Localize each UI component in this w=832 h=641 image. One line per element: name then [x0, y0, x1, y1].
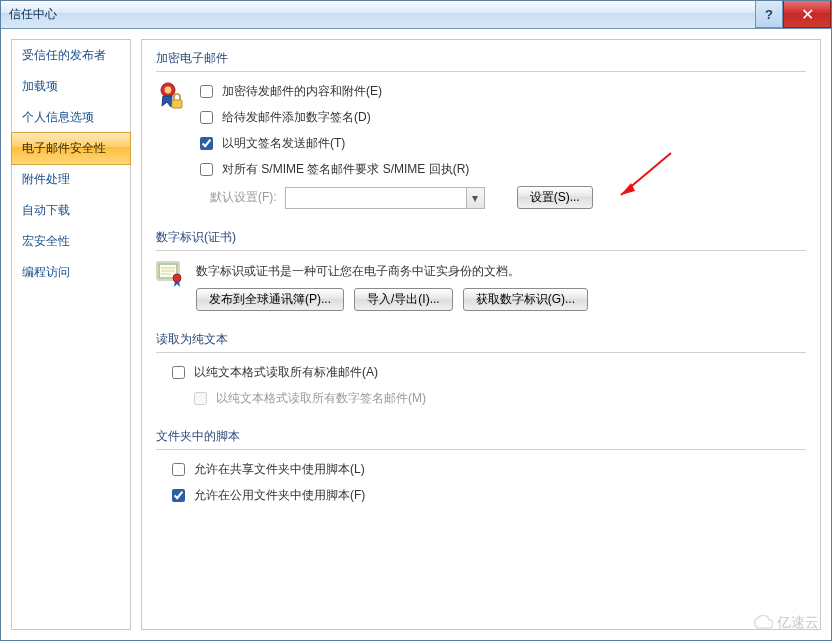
opt-plain-signed: 以纯文本格式读取所有数字签名邮件(M) [168, 389, 806, 408]
svg-point-8 [173, 274, 181, 282]
sidebar-item-trusted-publishers[interactable]: 受信任的发布者 [12, 40, 130, 71]
window-controls: ? ✕ [755, 1, 831, 28]
label-scripts-shared: 允许在共享文件夹中使用脚本(L) [194, 461, 365, 478]
settings-button[interactable]: 设置(S)... [517, 186, 593, 209]
label-cleartext-sign: 以明文签名发送邮件(T) [222, 135, 345, 152]
publish-gal-button[interactable]: 发布到全球通讯簿(P)... [196, 288, 344, 311]
sidebar-item-attachments[interactable]: 附件处理 [12, 164, 130, 195]
sidebar-item-auto-download[interactable]: 自动下载 [12, 195, 130, 226]
plaintext-section: 读取为纯文本 以纯文本格式读取所有标准邮件(A) 以纯文本格式读取所有数字签名邮… [156, 321, 806, 408]
label-smime-receipt: 对所有 S/MIME 签名邮件要求 S/MIME 回执(R) [222, 161, 469, 178]
opt-smime-receipt: 对所有 S/MIME 签名邮件要求 S/MIME 回执(R) [196, 160, 806, 179]
cert-section: 数字标识(证书) 数字标识或证 [156, 219, 806, 311]
import-export-button[interactable]: 导入/导出(I)... [354, 288, 453, 311]
watermark: 亿速云 [751, 614, 819, 632]
settings-pane: 加密电子邮件 加密待发邮件的内 [141, 39, 821, 630]
default-settings-combo[interactable]: ▾ [285, 187, 485, 209]
opt-add-signature: 给待发邮件添加数字签名(D) [196, 108, 806, 127]
label-scripts-public: 允许在公用文件夹中使用脚本(F) [194, 487, 365, 504]
opt-scripts-public: 允许在公用文件夹中使用脚本(F) [168, 486, 806, 505]
checkbox-add-signature[interactable] [200, 111, 213, 124]
scripts-header: 文件夹中的脚本 [156, 418, 806, 450]
label-plain-signed: 以纯文本格式读取所有数字签名邮件(M) [216, 390, 426, 407]
checkbox-encrypt-content[interactable] [200, 85, 213, 98]
checkbox-scripts-shared[interactable] [172, 463, 185, 476]
opt-scripts-shared: 允许在共享文件夹中使用脚本(L) [168, 460, 806, 479]
label-encrypt-content: 加密待发邮件的内容和附件(E) [222, 83, 382, 100]
encrypt-section: 加密电子邮件 加密待发邮件的内 [156, 40, 806, 209]
close-button[interactable]: ✕ [783, 1, 831, 28]
checkbox-cleartext-sign[interactable] [200, 137, 213, 150]
encrypt-header: 加密电子邮件 [156, 40, 806, 72]
label-add-signature: 给待发邮件添加数字签名(D) [222, 109, 371, 126]
category-sidebar: 受信任的发布者 加载项 个人信息选项 电子邮件安全性 附件处理 自动下载 宏安全… [11, 39, 131, 630]
sidebar-item-macro-security[interactable]: 宏安全性 [12, 226, 130, 257]
svg-rect-2 [172, 100, 182, 108]
get-digital-id-button[interactable]: 获取数字标识(G)... [463, 288, 588, 311]
title-bar: 信任中心 ? ✕ [1, 1, 831, 29]
scripts-section: 文件夹中的脚本 允许在共享文件夹中使用脚本(L) 允许在公用文件夹中使用脚本(F… [156, 418, 806, 505]
checkbox-plain-signed [194, 392, 207, 405]
sidebar-item-addins[interactable]: 加载项 [12, 71, 130, 102]
default-label: 默认设置(F): [196, 189, 277, 206]
cert-header: 数字标识(证书) [156, 219, 806, 251]
sidebar-item-email-security[interactable]: 电子邮件安全性 [11, 132, 131, 165]
checkbox-smime-receipt[interactable] [200, 163, 213, 176]
opt-plain-standard: 以纯文本格式读取所有标准邮件(A) [168, 363, 806, 382]
certificate-icon [156, 261, 184, 287]
opt-cleartext-sign: 以明文签名发送邮件(T) [196, 134, 806, 153]
default-settings-row: 默认设置(F): ▾ 设置(S)... [196, 186, 806, 209]
ribbon-lock-icon [156, 82, 184, 209]
chevron-down-icon: ▾ [466, 188, 484, 208]
svg-point-1 [165, 87, 172, 94]
dialog-body: 受信任的发布者 加载项 个人信息选项 电子邮件安全性 附件处理 自动下载 宏安全… [1, 29, 831, 640]
sidebar-item-privacy[interactable]: 个人信息选项 [12, 102, 130, 133]
opt-encrypt-content: 加密待发邮件的内容和附件(E) [196, 82, 806, 101]
help-button[interactable]: ? [755, 1, 783, 28]
label-plain-standard: 以纯文本格式读取所有标准邮件(A) [194, 364, 378, 381]
window-title: 信任中心 [9, 6, 57, 23]
checkbox-plain-standard[interactable] [172, 366, 185, 379]
dialog-window: 信任中心 ? ✕ 受信任的发布者 加载项 个人信息选项 电子邮件安全性 附件处理… [0, 0, 832, 641]
cert-description: 数字标识或证书是一种可让您在电子商务中证实身份的文档。 [196, 263, 806, 280]
sidebar-item-program-access[interactable]: 编程访问 [12, 257, 130, 288]
plaintext-header: 读取为纯文本 [156, 321, 806, 353]
checkbox-scripts-public[interactable] [172, 489, 185, 502]
